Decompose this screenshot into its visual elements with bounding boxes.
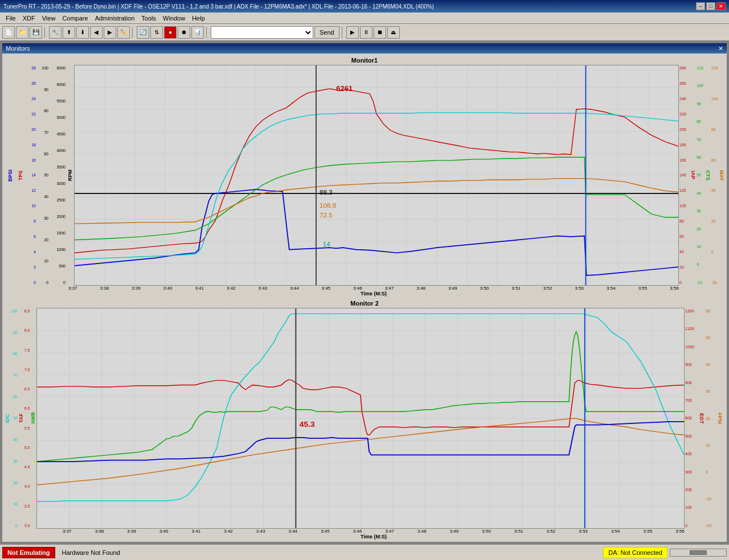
rpm-label: RPM: [66, 65, 74, 286]
send-button[interactable]: Send: [314, 26, 339, 39]
status-hw-not-found: Hardware Not Found: [58, 549, 333, 556]
status-not-emulating: Not Emulating: [2, 547, 55, 558]
menu-administration[interactable]: Administration: [92, 14, 138, 23]
monitor2-plot[interactable]: 45.3 438.9 4.86: [36, 308, 685, 529]
toolbar-save[interactable]: 💾: [30, 26, 42, 39]
title-text: TunerPro RT - 2013-05-29 - Before Dyno.b…: [3, 3, 434, 10]
toolbar-btn3[interactable]: 🔧: [49, 26, 62, 39]
svg-text:6261: 6261: [336, 85, 353, 93]
monitors-panel: Monitors ✕ Monitor1 BPSI TPS: [1, 42, 728, 543]
egt-label: EGT: [698, 308, 705, 529]
sep4: [342, 27, 344, 38]
toolbar-rec[interactable]: ⏺: [178, 26, 190, 39]
rpm-ticks: 6500600055005000450040003500300025002000…: [49, 65, 66, 286]
menu-file[interactable]: File: [2, 14, 19, 23]
monitors-title: Monitors: [6, 45, 30, 52]
toolbar: 📄 📁 💾 🔧 ⬆ ⬇ ◀ ▶ ✏️ 🔄 ⇅ ● ⏺ 📊 Send ▶ ⏸ ⏹ …: [0, 24, 729, 41]
sep3: [206, 27, 208, 38]
iap-label: IAP: [690, 65, 696, 286]
monitor2-left-axes: IDC 1009080706050403020100 TAF 8.58.07.5…: [5, 308, 36, 529]
monitor1-xaxis-title: Time (M:S): [68, 291, 679, 297]
svg-text:88.3: 88.3: [320, 189, 333, 196]
tps-axis: TPS: [16, 65, 25, 286]
svg-text:45.3: 45.3: [300, 421, 315, 429]
toolbar-open[interactable]: 📁: [16, 26, 28, 39]
fpsi-label: FPSI: [716, 308, 723, 529]
monitor1-xaxis: 3:373:383:393:403:413:423:433:443:453:46…: [68, 286, 679, 291]
eject-btn[interactable]: ⏏: [387, 26, 400, 39]
monitor2-xaxis-labels: 3:373:383:393:403:413:423:433:443:453:46…: [63, 529, 685, 534]
stop-btn[interactable]: ⏹: [374, 26, 386, 39]
menu-help[interactable]: Help: [189, 14, 208, 23]
close-btn[interactable]: ✕: [716, 2, 726, 10]
monitor1-right-axes: 280260240220200180160140120100806040200 …: [679, 65, 724, 286]
bpsi-axis: BPSI: [5, 65, 16, 286]
bpsi-ticks: 2826242220181614121086420: [25, 65, 36, 286]
svg-text:72.5: 72.5: [320, 212, 333, 219]
monitor1-container: Monitor1 BPSI TPS 28262: [5, 56, 724, 297]
taf-ticks: 8.58.07.57.06.56.05.55.04.54.03.53.0: [24, 308, 31, 529]
menu-window[interactable]: Window: [159, 14, 189, 23]
title-bar: TunerPro RT - 2013-05-29 - Before Dyno.b…: [0, 0, 729, 13]
main-content: Monitors ✕ Monitor1 BPSI TPS: [0, 41, 729, 544]
bpsi-label: BPSI: [5, 65, 16, 286]
sep1: [44, 27, 47, 38]
awb-label: AWB: [30, 308, 36, 529]
window-controls: – □ ✕: [696, 2, 726, 10]
monitor2-container: Monitor 2 IDC 1009080706050403020100 TAF: [5, 299, 724, 540]
status-bar: Not Emulating Hardware Not Found DA: Not…: [0, 544, 729, 560]
mat-ticks: 120100806040200-20: [711, 65, 719, 286]
charts-container: Monitor1 BPSI TPS 28262: [2, 53, 727, 542]
svg-text:108.8: 108.8: [320, 202, 336, 209]
channel-dropdown[interactable]: [211, 26, 313, 39]
mat-label: MAT: [719, 65, 724, 286]
toolbar-new[interactable]: 📄: [2, 26, 15, 39]
menu-xdf[interactable]: XDF: [19, 14, 39, 23]
toolbar-stop-red[interactable]: ●: [164, 26, 177, 39]
scrollbar-area: [670, 549, 727, 557]
toolbar-sync[interactable]: ⇅: [150, 26, 163, 39]
scrollbar[interactable]: [670, 549, 727, 557]
toolbar-chart[interactable]: 📊: [191, 26, 204, 39]
menu-view[interactable]: View: [39, 14, 59, 23]
menu-bar: File XDF View Compare Administration Too…: [0, 13, 729, 24]
toolbar-btn8[interactable]: ✏️: [117, 26, 130, 39]
minimize-btn[interactable]: –: [696, 2, 705, 10]
play-btn[interactable]: ▶: [346, 26, 359, 39]
monitor2-right-axes: 1200110010009008007006005004003002001000…: [685, 308, 724, 529]
taf-label: TAF: [18, 308, 24, 529]
idc-label: IDC: [5, 308, 10, 529]
sep2: [132, 27, 134, 38]
monitor2-title: Monitor 2: [5, 299, 724, 308]
cts-label: CTS: [705, 65, 711, 286]
toolbar-btn5[interactable]: ⬇: [76, 26, 89, 39]
monitor2-xaxis-title: Time (M:S): [63, 534, 685, 540]
menu-tools[interactable]: Tools: [138, 14, 159, 23]
monitor2-inner: IDC 1009080706050403020100 TAF 8.58.07.5…: [5, 308, 724, 529]
cts-ticks: 1101009080706050403020100-10: [696, 65, 705, 286]
monitor1-svg: 6261 88.3 108.8 72.5 14: [75, 65, 678, 285]
svg-text:14: 14: [323, 241, 331, 248]
toolbar-btn4[interactable]: ⬆: [63, 26, 75, 39]
monitor1-inner: BPSI TPS 2826242220181614121086420: [5, 65, 724, 286]
menu-compare[interactable]: Compare: [59, 14, 91, 23]
monitor1-left-axes: BPSI TPS 2826242220181614121086420: [5, 65, 36, 286]
scrollbar-thumb[interactable]: [690, 550, 707, 555]
toolbar-btn7[interactable]: ▶: [104, 26, 116, 39]
monitor1-title: Monitor1: [5, 56, 724, 65]
egt-ticks: 1200110010009008007006005004003002001000: [685, 308, 698, 529]
monitor1-xaxis-labels: 3:373:383:393:403:413:423:433:443:453:46…: [68, 286, 679, 291]
tps-ticks: 1009080706050403020100: [36, 65, 49, 286]
monitors-header: Monitors ✕: [2, 43, 727, 53]
monitor1-plot[interactable]: 6261 88.3 108.8 72.5 14: [74, 65, 679, 286]
pause-btn[interactable]: ⏸: [360, 26, 372, 39]
toolbar-btn6[interactable]: ◀: [90, 26, 103, 39]
idc-ticks: 1009080706050403020100: [10, 308, 18, 529]
monitors-close[interactable]: ✕: [718, 45, 723, 52]
toolbar-refresh[interactable]: 🔄: [137, 26, 149, 39]
fpsi-ticks: 6050403020100-10-20: [705, 308, 716, 529]
status-da-not-connected: DA: Not Connected: [603, 547, 667, 558]
tps-label: TPS: [16, 65, 25, 286]
maximize-btn[interactable]: □: [706, 2, 715, 10]
monitor2-svg: 45.3 438.9 4.86: [37, 308, 684, 528]
